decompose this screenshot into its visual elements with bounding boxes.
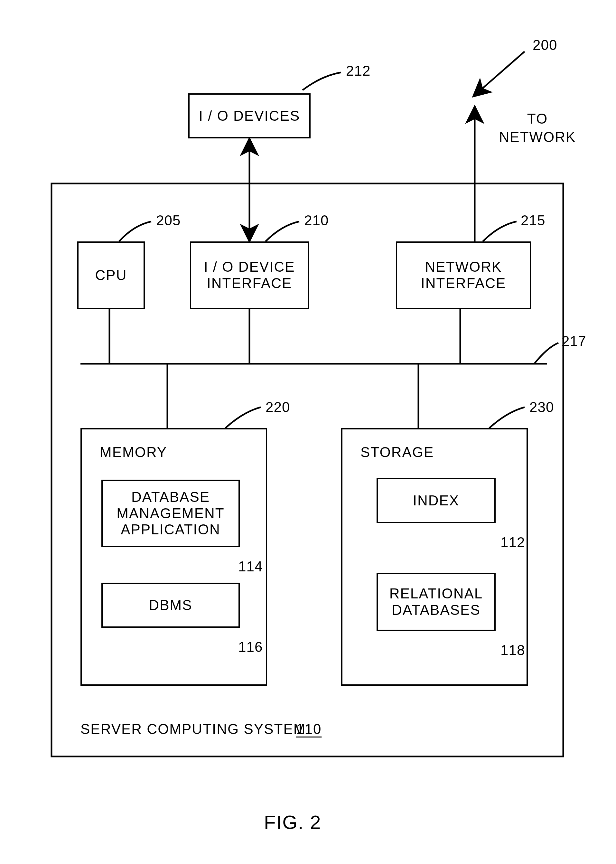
ref-112: 112 <box>500 534 525 550</box>
storage-box <box>341 428 528 686</box>
db-mgmt-app-box: DATABASE MANAGEMENT APPLICATION <box>101 480 240 547</box>
ref-205: 205 <box>156 212 181 229</box>
dbms-label: DBMS <box>149 597 192 614</box>
ref-220: 220 <box>266 399 290 415</box>
ref-217: 217 <box>562 333 586 349</box>
cpu-box: CPU <box>77 242 145 309</box>
to-network-label: TO NETWORK <box>496 110 579 146</box>
relational-db-box: RELATIONAL DATABASES <box>377 573 496 631</box>
io-device-interface-label: I / O DEVICE INTERFACE <box>194 259 305 291</box>
server-title: SERVER COMPUTING SYSTEM <box>80 721 306 737</box>
storage-label: STORAGE <box>360 444 434 460</box>
ref-118: 118 <box>500 642 525 658</box>
ref-114: 114 <box>238 559 262 575</box>
io-devices-box: I / O DEVICES <box>188 93 311 138</box>
ref-212: 212 <box>346 63 371 79</box>
ref-200: 200 <box>533 37 557 53</box>
server-ref: 110 <box>296 721 322 737</box>
db-mgmt-app-label: DATABASE MANAGEMENT APPLICATION <box>105 489 236 538</box>
relational-db-label: RELATIONAL DATABASES <box>380 586 492 618</box>
ref-215: 215 <box>521 212 545 229</box>
index-box: INDEX <box>377 478 496 523</box>
cpu-label: CPU <box>95 267 127 284</box>
io-device-interface-box: I / O DEVICE INTERFACE <box>190 242 309 309</box>
ref-230: 230 <box>530 399 554 415</box>
dbms-box: DBMS <box>101 583 240 628</box>
network-interface-box: NETWORK INTERFACE <box>396 242 531 309</box>
network-interface-label: NETWORK INTERFACE <box>400 259 527 291</box>
figure-caption: FIG. 2 <box>264 811 322 833</box>
ref-116: 116 <box>238 639 262 655</box>
index-label: INDEX <box>413 493 459 509</box>
ref-210: 210 <box>304 212 328 229</box>
io-devices-label: I / O DEVICES <box>199 108 300 124</box>
memory-label: MEMORY <box>100 444 167 460</box>
